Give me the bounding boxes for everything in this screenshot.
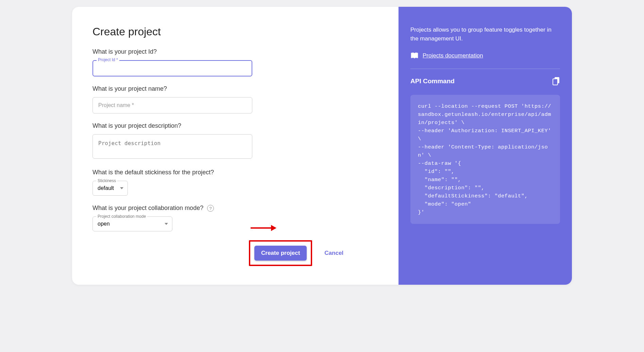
api-code-block[interactable]: curl --location --request POST 'https://… — [410, 95, 560, 224]
stickiness-value: default — [98, 185, 114, 191]
stickiness-question: What is the default stickiness for the p… — [92, 169, 378, 176]
project-name-group: What is your project name? — [92, 85, 378, 113]
project-name-input[interactable] — [92, 97, 252, 113]
book-icon — [410, 52, 419, 59]
collab-select[interactable]: Project collaboration mode open — [92, 216, 172, 231]
doc-link-row: Projects documentation — [410, 52, 560, 59]
project-id-group: What is your project Id? Project Id * — [92, 48, 378, 76]
collab-value: open — [98, 221, 110, 227]
project-desc-question: What is your project description? — [92, 122, 378, 129]
api-command-title: API Command — [410, 77, 455, 85]
stickiness-group: What is the default stickiness for the p… — [92, 169, 378, 196]
help-icon[interactable]: ? — [207, 205, 214, 212]
project-id-label: Project Id * — [97, 57, 119, 62]
chevron-down-icon — [120, 187, 123, 189]
create-project-modal: Create project What is your project Id? … — [72, 7, 572, 285]
project-id-input[interactable] — [92, 60, 252, 76]
svg-rect-1 — [553, 79, 558, 85]
project-id-wrap: Project Id * — [92, 60, 378, 76]
project-desc-input[interactable] — [92, 134, 252, 159]
documentation-link[interactable]: Projects documentation — [423, 52, 483, 59]
highlight-box: Create project — [249, 240, 312, 266]
divider — [410, 69, 560, 69]
project-name-question: What is your project name? — [92, 85, 378, 92]
collab-question: What is your project collaboration mode?… — [92, 205, 378, 212]
project-desc-group: What is your project description? — [92, 122, 378, 160]
form-panel: Create project What is your project Id? … — [72, 7, 399, 285]
create-project-button[interactable]: Create project — [254, 246, 307, 261]
action-row: Create project Cancel — [249, 240, 378, 266]
arrow-annotation — [251, 225, 276, 231]
collab-group: What is your project collaboration mode?… — [92, 205, 378, 231]
project-id-question: What is your project Id? — [92, 48, 378, 55]
api-header: API Command — [410, 77, 560, 85]
stickiness-select[interactable]: Stickiness default — [92, 181, 128, 196]
collab-label: Project collaboration mode — [96, 214, 147, 219]
info-text: Projects allows you to group feature tog… — [410, 25, 560, 43]
stickiness-label: Stickiness — [96, 178, 117, 183]
cancel-button[interactable]: Cancel — [324, 250, 343, 257]
copy-icon[interactable] — [553, 77, 560, 85]
page-title: Create project — [92, 25, 378, 38]
info-panel: Projects allows you to group feature tog… — [399, 7, 572, 285]
chevron-down-icon — [165, 223, 168, 225]
